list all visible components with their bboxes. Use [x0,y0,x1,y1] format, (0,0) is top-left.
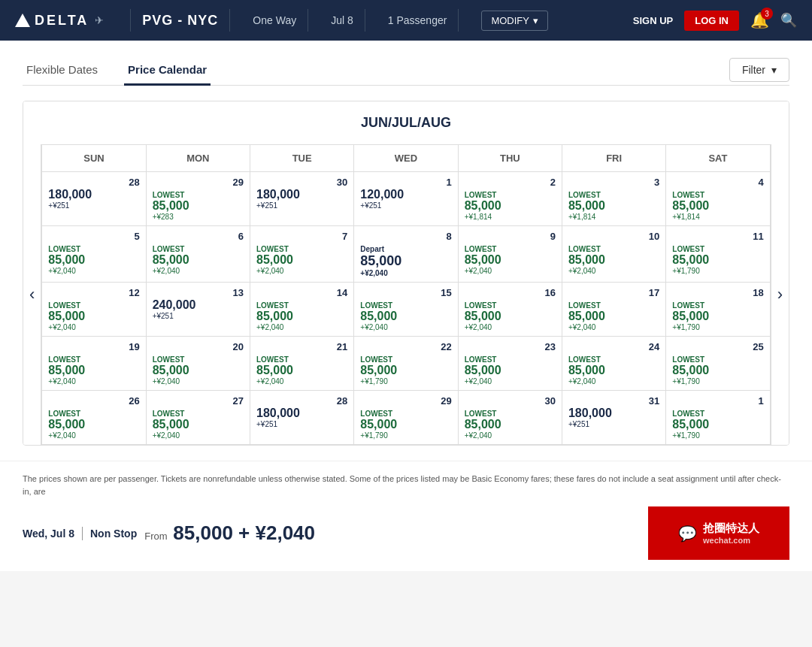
cell-price-label: LOWEST [360,355,451,364]
delta-logo: DELTA ✈ [15,13,104,29]
calendar-cell[interactable]: 21LOWEST85,000+¥2,040 [250,337,353,391]
cell-date-number: 9 [465,231,556,242]
calendar-cell[interactable]: 14LOWEST85,000+¥2,040 [250,283,353,337]
calendar-cell[interactable]: 27LOWEST85,000+¥2,040 [146,391,250,445]
cell-tax-value: +¥1,790 [672,431,763,440]
login-button[interactable]: LOG IN [684,11,739,31]
cell-price-value: 85,000 [672,364,763,377]
calendar-cell[interactable]: 24LOWEST85,000+¥2,040 [562,337,665,391]
route-display: PVG - NYC [142,13,218,29]
calendar-cell[interactable]: 26LOWEST85,000+¥2,040 [42,391,146,445]
calendar-cell[interactable]: 13240,000+¥251 [146,283,250,337]
calendar-cell[interactable]: 29LOWEST85,000+¥1,790 [354,391,458,445]
calendar-cell[interactable]: 23LOWEST85,000+¥2,040 [458,337,562,391]
calendar-cell[interactable]: 4LOWEST85,000+¥1,814 [666,172,770,226]
modify-label: MODIFY [491,15,529,26]
cell-price-label: LOWEST [48,301,139,310]
calendar-row-0: 28180,000+¥25129LOWEST85,000+¥28330180,0… [42,172,770,226]
cell-price-label: LOWEST [360,301,451,310]
cell-date-number: 28 [256,395,347,407]
signup-link[interactable]: SIGN UP [633,15,673,26]
calendar-cell[interactable]: 10LOWEST85,000+¥2,040 [562,226,665,283]
calendar-cell[interactable]: 30180,000+¥251 [250,172,353,226]
cell-date-number: 11 [672,231,763,242]
notifications-bell[interactable]: 🔔 3 [750,11,769,29]
cell-tax-value: +¥251 [48,201,139,210]
calendar-cell[interactable]: 30LOWEST85,000+¥2,040 [458,391,562,445]
calendar-cell[interactable]: 29LOWEST85,000+¥283 [146,172,250,226]
cell-tax-value: +¥2,040 [465,267,556,275]
cell-date-number: 22 [360,341,451,352]
cell-tax-value: +¥2,040 [48,323,139,331]
calendar-cell[interactable]: 22LOWEST85,000+¥1,790 [354,337,458,391]
footer-price-area: From 85,000 + ¥2,040 [144,522,315,545]
cell-price-value: 85,000 [360,418,451,431]
cell-date-number: 28 [48,177,139,188]
footer-v-divider [82,527,83,540]
cell-price-label: LOWEST [48,410,139,418]
calendar-cell[interactable]: 15LOWEST85,000+¥2,040 [354,283,458,337]
calendar-cell[interactable]: 28180,000+¥251 [250,391,353,445]
calendar-cell[interactable]: 18LOWEST85,000+¥1,790 [666,283,770,337]
search-icon[interactable]: 🔍 [780,12,797,29]
cell-tax-value: +¥2,040 [568,323,659,331]
calendar-cell[interactable]: 20LOWEST85,000+¥2,040 [146,337,250,391]
trip-type: One Way [253,14,296,26]
calendar-cell[interactable]: 28180,000+¥251 [42,172,146,226]
calendar-prev-button[interactable]: ‹ [23,144,41,445]
cell-price-label: Depart [360,245,451,253]
tab-flexible-dates[interactable]: Flexible Dates [23,56,102,86]
calendar-cell[interactable]: 9LOWEST85,000+¥2,040 [458,226,562,283]
calendar-cell[interactable]: 16LOWEST85,000+¥2,040 [458,283,562,337]
cell-date-number: 27 [153,395,244,407]
cell-tax-value: +¥251 [568,420,659,428]
nonstop-label: Non Stop [90,528,137,540]
tab-price-calendar[interactable]: Price Calendar [124,56,211,86]
cell-date-number: 19 [48,341,139,352]
calendar-cell[interactable]: 5LOWEST85,000+¥2,040 [42,226,146,283]
header-right-actions: SIGN UP LOG IN 🔔 3 🔍 [633,11,797,31]
cell-price-value: 85,000 [672,418,763,431]
cell-price-value: 85,000 [256,253,347,267]
header: DELTA ✈ PVG - NYC One Way Jul 8 1 Passen… [0,0,812,41]
calendar-cell[interactable]: 1120,000+¥251 [354,172,458,226]
calendar-cell[interactable]: 31180,000+¥251 [562,391,665,445]
calendar-cell[interactable]: 6LOWEST85,000+¥2,040 [146,226,250,283]
calendar-row-4: 26LOWEST85,000+¥2,04027LOWEST85,000+¥2,0… [42,391,770,445]
cell-price-value: 85,000 [256,310,347,323]
calendar-cell[interactable]: 25LOWEST85,000+¥1,790 [666,337,770,391]
cell-price-label: LOWEST [48,245,139,253]
wechat-main-text: 抢圈特达人 [703,522,759,536]
cell-tax-value: +¥251 [153,312,244,320]
cell-tax-value: +¥2,040 [360,269,451,277]
calendar-cell[interactable]: 7LOWEST85,000+¥2,040 [250,226,353,283]
calendar-cell[interactable]: 8Depart85,000+¥2,040 [354,226,458,283]
delta-triangle-icon [15,14,30,27]
calendar-cell[interactable]: 2LOWEST85,000+¥1,814 [458,172,562,226]
calendar-cell[interactable]: 17LOWEST85,000+¥2,040 [562,283,665,337]
logo-text: DELTA [35,13,89,29]
cell-price-value: 85,000 [153,418,244,431]
cell-price-label: LOWEST [256,245,347,253]
calendar-cell[interactable]: 3LOWEST85,000+¥1,814 [562,172,665,226]
cell-price-label: LOWEST [672,245,763,253]
calendar-cell[interactable]: 1LOWEST85,000+¥1,790 [666,391,770,445]
cell-price-label: LOWEST [568,191,659,199]
calendar-cell[interactable]: 11LOWEST85,000+¥1,790 [666,226,770,283]
cell-date-number: 14 [256,287,347,298]
calendar-next-button[interactable]: › [771,144,789,445]
trip-date: Jul 8 [331,14,353,26]
cell-tax-value: +¥2,040 [568,377,659,385]
cell-tax-value: +¥2,040 [465,431,556,440]
footer-bar: The prices shown are per passenger. Tick… [0,461,812,571]
cell-tax-value: +¥2,040 [48,267,139,275]
cell-price-label: LOWEST [672,355,763,364]
cell-price-label: LOWEST [153,245,244,253]
filter-chevron-icon: ▾ [771,64,777,76]
filter-button[interactable]: Filter ▾ [729,58,789,82]
modify-button[interactable]: MODIFY ▾ [481,11,548,31]
tabs-container: Flexible Dates Price Calendar Filter ▾ [23,41,789,86]
cell-date-number: 29 [360,395,451,407]
calendar-cell[interactable]: 19LOWEST85,000+¥2,040 [42,337,146,391]
calendar-cell[interactable]: 12LOWEST85,000+¥2,040 [42,283,146,337]
